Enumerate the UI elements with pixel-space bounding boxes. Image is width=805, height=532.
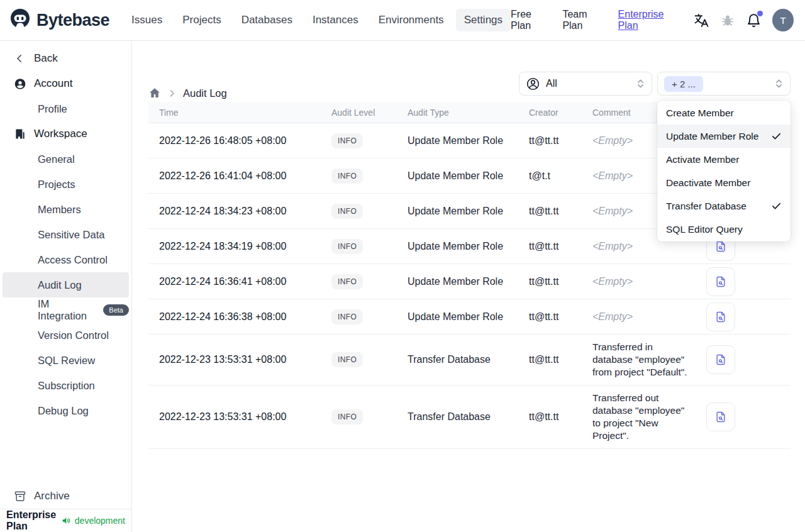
user-circle-icon [14, 77, 26, 91]
bytebase-logo[interactable]: Bytebase [9, 8, 109, 33]
creator-filter-value: All [546, 78, 557, 89]
audit-creator: tt@tt.tt [518, 354, 582, 365]
audit-time: 2022-12-23 13:53:31 +08:00 [148, 411, 321, 423]
nav-item[interactable]: Environments [370, 9, 452, 31]
sidebar-item[interactable]: Debug Log [3, 398, 129, 423]
home-icon[interactable] [148, 87, 161, 99]
audit-level-badge: INFO [331, 169, 363, 184]
audit-type-filter-value: + 2 ... [664, 76, 703, 92]
current-plan-label: Enterprise Plan [6, 509, 57, 532]
nav-right: Free Plan Team Plan Enterprise Plan [511, 9, 794, 31]
audit-type: Update Member Role [397, 311, 518, 323]
audit-creator: tt@tt.tt [518, 276, 582, 287]
free-plan-link[interactable]: Free Plan [511, 9, 552, 31]
sidebar-item[interactable]: Version Control [3, 323, 129, 348]
speaker-icon [61, 516, 71, 526]
team-plan-link[interactable]: Team Plan [562, 9, 607, 31]
sidebar-item[interactable]: Subscription [3, 373, 129, 398]
audit-type-menu-option[interactable]: Create Member [657, 101, 791, 125]
audit-creator: tt@tt.tt [518, 135, 582, 147]
audit-type-menu-option[interactable]: Update Member Role [657, 125, 791, 148]
table-row: 2022-12-24 16:36:38 +08:00 INFO Update M… [148, 299, 791, 335]
audit-type: Update Member Role [397, 206, 518, 217]
audit-time: 2022-12-24 18:34:23 +08:00 [148, 206, 321, 217]
audit-type: Update Member Role [397, 241, 518, 252]
section-workspace: Workspace [0, 121, 131, 147]
audit-level-badge: INFO [331, 274, 363, 289]
nav-item[interactable]: Settings [456, 9, 511, 31]
audit-time: 2022-12-24 16:36:41 +08:00 [148, 276, 321, 287]
top-navbar: Bytebase Issues Projects Databases Insta… [0, 0, 805, 41]
audit-level-badge: INFO [331, 204, 363, 219]
audit-level-badge: INFO [331, 309, 363, 324]
person-circle-icon [526, 77, 540, 91]
audit-type: Update Member Role [397, 170, 518, 182]
view-audit-detail-button[interactable] [706, 402, 735, 431]
audit-type-menu-option[interactable]: Deactivate Member [657, 171, 791, 194]
sidebar-item[interactable]: Audit Log [3, 272, 129, 297]
main-nav: Issues Projects Databases Instances Envi… [123, 9, 511, 31]
check-icon [771, 201, 782, 211]
filter-row: All + 2 ... [519, 72, 791, 96]
audit-log-page: Audit Log All + 2 ... [132, 41, 805, 532]
sidebar-item[interactable]: General [3, 147, 129, 172]
file-search-icon [714, 275, 727, 288]
audit-type-menu-option[interactable]: SQL Editor Query [657, 218, 791, 241]
archive-link[interactable]: Archive [0, 484, 131, 509]
table-row: 2022-12-24 16:36:41 +08:00 INFO Update M… [148, 264, 791, 299]
view-audit-detail-button[interactable] [706, 345, 735, 374]
audit-type-menu-option[interactable]: Activate Member [657, 148, 791, 171]
check-icon [771, 131, 782, 141]
bug-report-icon[interactable] [720, 12, 735, 28]
audit-creator: tt@tt.tt [518, 411, 582, 423]
user-avatar[interactable]: T [772, 9, 794, 31]
audit-creator: t@t.t [518, 170, 582, 182]
audit-type-dropdown-menu: Create Member Update Member Role Activat… [657, 101, 791, 241]
archive-box-icon [14, 490, 26, 502]
col-header-time: Time [148, 108, 321, 118]
col-header-audit-type: Audit Type [397, 108, 518, 118]
nav-item[interactable]: Instances [304, 9, 367, 31]
audit-level-badge: INFO [331, 409, 363, 424]
sidebar-item[interactable]: Profile [3, 96, 129, 121]
plan-footer: Enterprise Plan development [0, 509, 131, 532]
creator-filter-select[interactable]: All [519, 72, 652, 96]
bytebase-mascot-icon [9, 8, 31, 33]
audit-comment: Transferred out database "employee" to p… [582, 385, 690, 448]
audit-comment: Transferred in database "employee" from … [582, 335, 690, 385]
translate-icon[interactable] [694, 12, 709, 28]
nav-item[interactable]: Issues [123, 9, 170, 31]
view-audit-detail-button[interactable] [706, 302, 735, 331]
sidebar-item[interactable]: IM Integration Beta [3, 297, 129, 323]
sidebar-item[interactable]: Access Control [3, 247, 129, 272]
nav-item[interactable]: Databases [233, 9, 301, 31]
select-chevrons-icon [774, 78, 784, 89]
notification-bell-icon[interactable] [746, 12, 762, 28]
sidebar-item[interactable]: SQL Review [3, 348, 129, 373]
breadcrumb: Audit Log [148, 87, 227, 99]
audit-time: 2022-12-24 18:34:19 +08:00 [148, 241, 321, 252]
sidebar-item[interactable]: Members [3, 197, 129, 222]
nav-item[interactable]: Projects [174, 9, 229, 31]
audit-type: Transfer Database [397, 411, 518, 423]
chevron-right-icon [167, 89, 177, 98]
section-account: Account [0, 71, 131, 96]
sidebar-item[interactable]: Sensitive Data [3, 222, 129, 247]
table-row: 2022-12-23 13:53:31 +08:00 INFO Transfer… [148, 385, 791, 449]
audit-type-filter-select[interactable]: + 2 ... [657, 72, 791, 96]
enterprise-plan-link[interactable]: Enterprise Plan [618, 9, 683, 31]
back-button[interactable]: Back [0, 46, 131, 71]
view-audit-detail-button[interactable] [706, 267, 735, 296]
audit-time: 2022-12-26 16:48:05 +08:00 [148, 135, 321, 147]
sidebar-item[interactable]: Projects [3, 172, 129, 197]
chevron-left-icon [14, 53, 26, 64]
col-header-creator: Creator [518, 108, 582, 118]
environment-label: development [75, 516, 125, 526]
audit-type-menu-option[interactable]: Transfer Database [657, 194, 791, 218]
audit-type: Update Member Role [397, 135, 518, 147]
beta-badge: Beta [103, 304, 129, 316]
audit-type: Transfer Database [397, 354, 518, 365]
file-search-icon [714, 411, 727, 423]
select-chevrons-icon [636, 78, 645, 89]
brand-wordmark: Bytebase [36, 11, 109, 30]
